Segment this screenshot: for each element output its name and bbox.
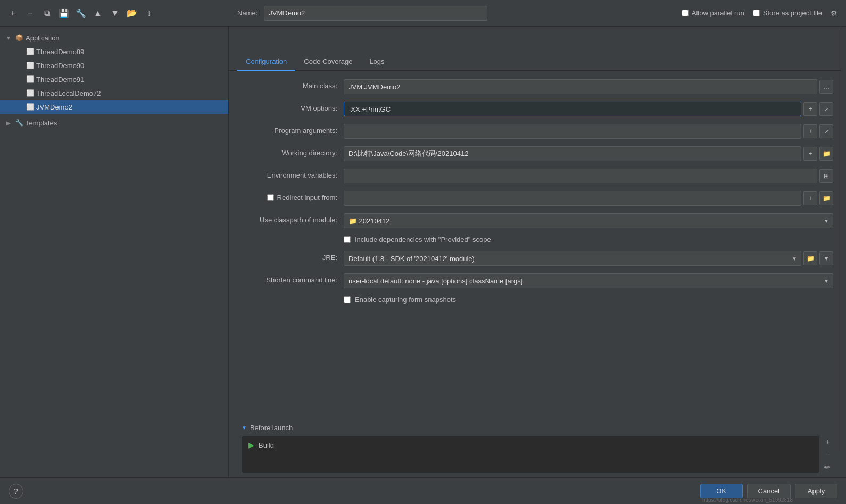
- include-deps-row: Include dependencies with "Provided" sco…: [242, 236, 833, 243]
- before-launch-triangle[interactable]: ▼: [242, 425, 247, 431]
- wrench-button[interactable]: 🔧: [73, 6, 88, 21]
- jre-control: Default (1.8 - SDK of '20210412' module)…: [344, 251, 833, 266]
- env-vars-control: ⊞: [344, 169, 833, 183]
- working-dir-row: Working directory: + 📁: [242, 146, 833, 161]
- tab-configuration[interactable]: Configuration: [237, 53, 295, 71]
- main-class-row: Main class: …: [242, 79, 833, 94]
- vm-options-control: + ⤢: [344, 102, 833, 116]
- config-panel: Configuration Code Coverage Logs Main cl…: [229, 27, 846, 477]
- jre-label: JRE:: [242, 251, 337, 262]
- redirect-browse-button[interactable]: 📁: [819, 191, 833, 205]
- vm-options-input[interactable]: [344, 102, 801, 116]
- jre-dropdown-button[interactable]: ▼: [819, 251, 833, 265]
- allow-parallel-run-checkbox[interactable]: [682, 10, 689, 16]
- classpath-label: Use classpath of module:: [242, 213, 337, 224]
- vm-options-row: VM options: + ⤢: [242, 102, 833, 116]
- tab-logs[interactable]: Logs: [361, 53, 393, 71]
- tree-item-threaddemo91[interactable]: ⬜ ThreadDemo91: [0, 72, 228, 86]
- application-icon: 📦: [15, 34, 23, 41]
- build-label: Build: [259, 441, 274, 449]
- class-icon-3: ⬜: [26, 75, 34, 83]
- remove-button[interactable]: −: [22, 6, 37, 21]
- jre-browse-button[interactable]: 📁: [803, 251, 817, 265]
- tree-item-jvmdemo2[interactable]: ⬜ JVMDemo2: [0, 100, 228, 114]
- shorten-cmd-select[interactable]: user-local default: none - java [options…: [344, 273, 833, 288]
- before-launch-add-button[interactable]: +: [822, 436, 833, 448]
- url-display: https://blog.csdn.net/weixin_51992818: [702, 497, 793, 503]
- program-args-expand-button[interactable]: ⤢: [819, 124, 833, 138]
- main-class-browse-button[interactable]: …: [819, 80, 833, 94]
- class-icon-5: ⬜: [26, 103, 34, 111]
- redirect-add-button[interactable]: +: [803, 191, 817, 205]
- jre-select[interactable]: Default (1.8 - SDK of '20210412' module): [344, 251, 801, 266]
- env-vars-edit-button[interactable]: ⊞: [819, 169, 833, 183]
- before-launch-list: ▶ Build: [242, 436, 819, 473]
- copy-button[interactable]: ⧉: [39, 6, 54, 21]
- threadlocaldemo72-label: ThreadLocalDemo72: [36, 89, 101, 97]
- tree-expand-application[interactable]: ▼: [4, 35, 13, 41]
- include-deps-checkbox[interactable]: [344, 236, 351, 243]
- tree-item-threaddemo89[interactable]: ⬜ ThreadDemo89: [0, 45, 228, 58]
- vm-options-expand-button[interactable]: ⤢: [819, 102, 833, 116]
- capture-snapshots-checkbox[interactable]: [344, 296, 351, 303]
- jre-row: JRE: Default (1.8 - SDK of '20210412' mo…: [242, 251, 833, 266]
- working-dir-label: Working directory:: [242, 146, 337, 157]
- tab-code-coverage[interactable]: Code Coverage: [295, 53, 361, 71]
- tree-item-threadlocaldemo72[interactable]: ⬜ ThreadLocalDemo72: [0, 86, 228, 100]
- before-launch-section: ▼ Before launch ▶ Build + − ✏: [229, 424, 846, 477]
- store-as-project-file-label[interactable]: Store as project file: [753, 9, 822, 17]
- redirect-input-checkbox[interactable]: [267, 194, 274, 201]
- class-icon-2: ⬜: [26, 62, 34, 69]
- classpath-control: 📁 20210412 ▼: [344, 213, 833, 228]
- before-launch-controls: + − ✏: [819, 436, 833, 473]
- tree-expand-templates[interactable]: ▶: [4, 120, 13, 126]
- build-arrow-icon: ▶: [248, 441, 254, 449]
- build-item: ▶ Build: [244, 439, 817, 451]
- down-button[interactable]: ▼: [107, 6, 122, 21]
- sidebar: ▼ 📦 Application ⬜ ThreadDemo89 ⬜ ThreadD…: [0, 27, 229, 477]
- ok-button[interactable]: OK: [700, 484, 743, 498]
- store-as-project-file-checkbox[interactable]: [753, 10, 760, 16]
- application-label: Application: [26, 34, 60, 42]
- shorten-cmd-control: user-local default: none - java [options…: [344, 273, 833, 288]
- name-input[interactable]: [264, 6, 487, 21]
- redirect-input-field[interactable]: [344, 191, 801, 206]
- before-launch-edit-button[interactable]: ✏: [822, 461, 833, 473]
- apply-button[interactable]: Apply: [795, 484, 837, 498]
- working-dir-add-button[interactable]: +: [803, 147, 817, 161]
- save-button[interactable]: 💾: [56, 6, 71, 21]
- program-args-input[interactable]: [344, 124, 801, 139]
- include-deps-label: Include dependencies with "Provided" sco…: [355, 236, 491, 243]
- classpath-select[interactable]: 📁 20210412: [344, 213, 833, 228]
- vm-options-add-button[interactable]: +: [803, 102, 817, 116]
- working-dir-browse-button[interactable]: 📁: [819, 147, 833, 161]
- templates-label: Templates: [26, 119, 57, 127]
- tabs: Configuration Code Coverage Logs: [229, 53, 846, 71]
- right-scrollbar[interactable]: [841, 27, 846, 451]
- cancel-button[interactable]: Cancel: [747, 484, 791, 498]
- classpath-select-wrap: 📁 20210412 ▼: [344, 213, 833, 228]
- working-dir-input[interactable]: [344, 146, 801, 161]
- program-args-add-button[interactable]: +: [803, 124, 817, 138]
- help-button[interactable]: ?: [9, 484, 23, 499]
- env-vars-input[interactable]: [344, 169, 817, 183]
- up-button[interactable]: ▲: [90, 6, 105, 21]
- sort-button[interactable]: ↕: [142, 6, 156, 21]
- class-icon-4: ⬜: [26, 89, 34, 97]
- main-class-input[interactable]: [344, 79, 817, 94]
- main-class-control: …: [344, 79, 833, 94]
- gear-icon[interactable]: ⚙: [831, 9, 837, 18]
- allow-parallel-run-label[interactable]: Allow parallel run: [682, 9, 744, 17]
- wrench-icon: 🔧: [15, 119, 23, 127]
- before-launch-title: Before launch: [250, 424, 293, 432]
- shorten-cmd-row: Shorten command line: user-local default…: [242, 273, 833, 288]
- capture-snapshots-label: Enable capturing form snapshots: [355, 296, 456, 304]
- add-button[interactable]: +: [5, 6, 20, 21]
- tree-item-threaddemo90[interactable]: ⬜ ThreadDemo90: [0, 58, 228, 72]
- redirect-input-label: Redirect input from:: [242, 191, 337, 201]
- name-label: Name:: [237, 9, 258, 17]
- tree-item-templates[interactable]: ▶ 🔧 Templates: [0, 116, 228, 130]
- folder-button[interactable]: 📂: [125, 6, 139, 21]
- tree-item-application[interactable]: ▼ 📦 Application: [0, 31, 228, 45]
- before-launch-remove-button[interactable]: −: [822, 449, 833, 460]
